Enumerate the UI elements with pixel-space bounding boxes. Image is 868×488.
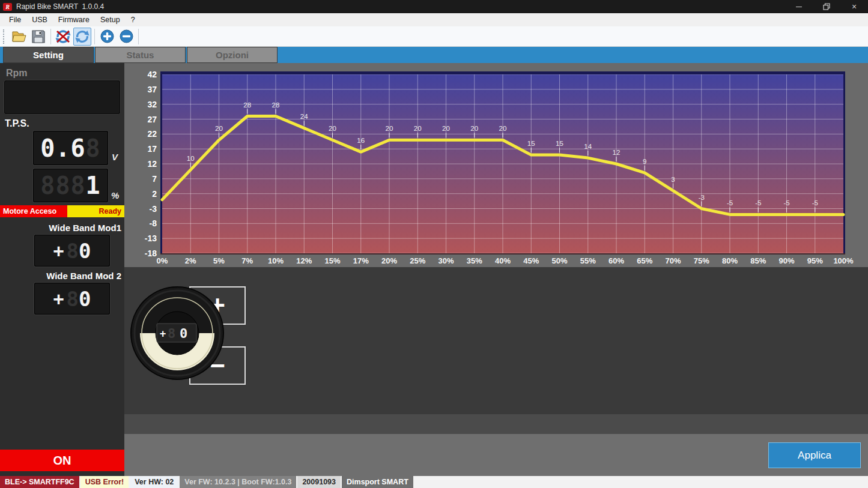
zoom-out-button[interactable] — [117, 28, 135, 46]
svg-text:10%: 10% — [268, 256, 284, 265]
toolbar-separator — [50, 29, 51, 44]
tab-status[interactable]: Status — [95, 47, 186, 63]
status-ver-fw: Ver FW: 10.2.3 | Boot FW:1.0.3 — [180, 476, 296, 488]
maximize-button[interactable] — [813, 0, 840, 13]
rpm-display — [4, 80, 120, 114]
svg-text:30%: 30% — [438, 256, 454, 265]
svg-text:0%: 0% — [157, 256, 168, 265]
sync-icon — [74, 29, 90, 44]
engine-status-left: Motore Acceso — [0, 205, 67, 217]
svg-text:40%: 40% — [495, 256, 511, 265]
svg-text:3: 3 — [671, 176, 675, 183]
app-logo-icon: R — [3, 3, 12, 11]
title-bar: R Rapid Bike SMART 1.0.0.4 × — [0, 0, 868, 13]
svg-text:25%: 25% — [410, 256, 425, 265]
menu-item-file[interactable]: File — [4, 13, 26, 26]
svg-text:90%: 90% — [778, 256, 794, 265]
close-button[interactable]: × — [840, 0, 868, 13]
menu-item-usb[interactable]: USB — [26, 13, 53, 26]
svg-text:60%: 60% — [609, 256, 624, 265]
svg-text:45%: 45% — [523, 256, 539, 265]
svg-text:20: 20 — [499, 125, 507, 132]
svg-text:-5: -5 — [812, 199, 818, 206]
wideband1-label: Wide Band Mod1 — [49, 223, 121, 233]
tps-percent-display: 8881 — [33, 169, 108, 202]
sync-button[interactable] — [73, 28, 91, 46]
status-ble: BLE-> SMARTFF9C — [0, 476, 79, 488]
status-usb-error: USB Error! — [80, 476, 129, 488]
svg-text:12%: 12% — [296, 256, 312, 265]
window-title: Rapid Bike SMART 1.0.0.4 — [16, 2, 104, 11]
ghost-segment: 888 — [40, 172, 85, 199]
wideband2-display: +80 — [34, 283, 110, 315]
zoom-in-button[interactable] — [98, 28, 116, 46]
rpm-label: Rpm — [6, 68, 28, 79]
wideband2-value: 0 — [79, 287, 91, 311]
svg-text:20: 20 — [470, 125, 478, 132]
svg-text:75%: 75% — [694, 256, 709, 265]
svg-text:85%: 85% — [750, 256, 766, 265]
wideband2-sign: + — [53, 288, 64, 309]
status-device: Dimsport SMART — [342, 476, 413, 488]
svg-text:7%: 7% — [241, 256, 253, 265]
svg-text:-5: -5 — [727, 199, 733, 206]
status-bar: BLE-> SMARTFF9CUSB Error!Ver HW: 02Ver F… — [0, 476, 868, 488]
svg-text:24: 24 — [300, 113, 308, 120]
open-folder-icon — [11, 29, 27, 44]
menu-item-firmware[interactable]: Firmware — [53, 13, 95, 26]
svg-text:-13: -13 — [145, 233, 157, 243]
apply-button[interactable]: Applica — [768, 442, 861, 468]
disconnect-button[interactable] — [54, 28, 72, 46]
ghost-segment: 8 — [67, 287, 79, 311]
wideband1-display: +80 — [34, 235, 110, 267]
svg-text:20: 20 — [442, 125, 450, 132]
svg-text:20: 20 — [386, 125, 393, 132]
wideband1-value: 0 — [79, 239, 91, 263]
adjust-knob[interactable]: + 8 0 — [129, 285, 225, 381]
toolbar-grip[interactable] — [3, 29, 6, 44]
svg-text:14: 14 — [584, 143, 592, 150]
tuning-chart-area[interactable]: 1020282824201620202020201515141293-3-5-5… — [124, 63, 868, 267]
menu-item-setup[interactable]: Setup — [95, 13, 126, 26]
engine-status-strip: Motore Acceso Ready — [0, 205, 124, 217]
toolbar-separator — [138, 29, 139, 44]
svg-text:12: 12 — [147, 159, 157, 169]
zoom-in-icon — [100, 29, 114, 43]
sidebar-panel: Rpm T.P.S. 0.68 V 8881 % Motore Acceso R… — [0, 63, 124, 476]
svg-text:17: 17 — [147, 144, 157, 154]
svg-text:-8: -8 — [150, 218, 157, 228]
menu-item-help[interactable]: ? — [126, 13, 141, 26]
minimize-button[interactable] — [785, 0, 813, 13]
tab-setting[interactable]: Setting — [3, 47, 94, 63]
svg-text:15%: 15% — [324, 256, 340, 265]
svg-text:-3: -3 — [699, 194, 705, 201]
svg-text:16: 16 — [357, 137, 365, 144]
svg-text:20: 20 — [414, 125, 422, 132]
status-serial: 20091093 — [297, 476, 341, 488]
svg-text:12: 12 — [613, 149, 621, 156]
action-band: Applica — [124, 434, 868, 476]
svg-text:10: 10 — [187, 155, 195, 162]
tab-opzioni[interactable]: Opzioni — [187, 47, 278, 63]
open-file-button[interactable] — [10, 28, 28, 46]
tuning-curve-plot[interactable]: 1020282824201620202020201515141293-3-5-5… — [124, 63, 868, 267]
close-icon: × — [852, 2, 857, 11]
svg-text:42: 42 — [147, 70, 157, 79]
tps-voltage-value: 0.6 — [40, 134, 85, 162]
svg-text:100%: 100% — [833, 256, 854, 265]
svg-text:27: 27 — [147, 115, 157, 124]
tps-label: T.P.S. — [5, 118, 29, 129]
minimize-icon — [796, 7, 802, 7]
svg-text:28: 28 — [272, 101, 280, 109]
svg-text:95%: 95% — [807, 256, 823, 265]
toolbar-separator — [94, 29, 95, 44]
engine-status-right: Ready — [67, 205, 124, 217]
svg-text:37: 37 — [147, 85, 157, 94]
status-ver-hw: Ver HW: 02 — [130, 476, 178, 488]
save-icon — [31, 29, 46, 44]
power-on-button[interactable]: ON — [0, 450, 124, 471]
spacer-band — [124, 414, 868, 434]
save-button[interactable] — [29, 28, 47, 46]
svg-text:15: 15 — [527, 140, 535, 147]
svg-text:20: 20 — [329, 125, 336, 132]
